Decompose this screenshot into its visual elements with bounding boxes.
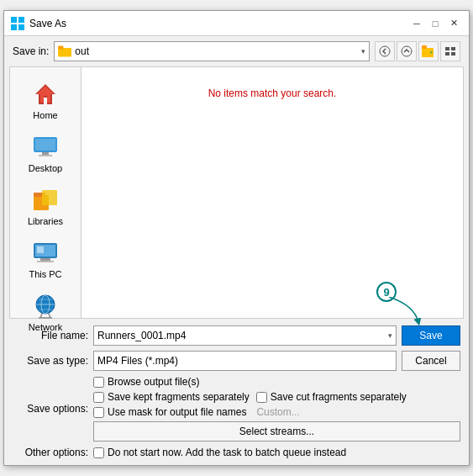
- svg-rect-12: [451, 47, 455, 50]
- save-kept-fragments-checkbox[interactable]: [93, 392, 104, 403]
- sidebar-item-this-pc[interactable]: This PC: [14, 235, 77, 284]
- save-as-dialog: Save As ─ □ ✕ Save in: out ▾: [3, 10, 470, 466]
- dropdown-arrow-icon: ▾: [361, 47, 365, 56]
- back-button[interactable]: [375, 41, 395, 61]
- svg-rect-27: [37, 261, 54, 262]
- close-button[interactable]: ✕: [445, 15, 462, 32]
- sidebar-item-desktop-label: Desktop: [29, 163, 62, 173]
- svg-rect-20: [39, 155, 52, 156]
- svg-rect-9: [422, 45, 427, 49]
- view-button[interactable]: [440, 41, 460, 61]
- other-options-row: Other options: Do not start now. Add the…: [13, 447, 460, 458]
- save-in-dropdown[interactable]: out ▾: [54, 41, 370, 61]
- svg-rect-2: [11, 24, 17, 30]
- file-name-text-input[interactable]: [97, 330, 386, 341]
- use-mask-option[interactable]: Use mask for output file names: [93, 406, 246, 418]
- svg-point-6: [380, 46, 390, 56]
- content-area: Home Desktop Libraries: [9, 66, 464, 319]
- do-not-start-checkbox[interactable]: [93, 447, 104, 458]
- other-options-label: Other options:: [13, 447, 88, 458]
- save-button[interactable]: Save: [402, 325, 460, 346]
- file-name-label: File name:: [13, 330, 88, 341]
- up-button[interactable]: [397, 41, 417, 61]
- svg-rect-18: [35, 139, 55, 151]
- app-icon: [11, 17, 24, 30]
- save-cut-fragments-label: Save cut fragments separately: [271, 391, 407, 403]
- svg-rect-5: [58, 46, 63, 50]
- fragments-options-row: Save kept fragments separately Save cut …: [93, 391, 460, 403]
- toolbar: Save in: out ▾: [4, 36, 469, 66]
- no-items-message: No items match your search.: [208, 87, 337, 99]
- save-kept-fragments-option[interactable]: Save kept fragments separately: [93, 391, 250, 403]
- save-cut-fragments-checkbox[interactable]: [256, 392, 267, 403]
- dialog-title: Save As: [29, 18, 408, 29]
- use-mask-checkbox[interactable]: [93, 407, 104, 418]
- svg-rect-14: [451, 52, 455, 56]
- new-folder-button[interactable]: +: [418, 41, 439, 61]
- title-bar-controls: ─ □ ✕: [408, 15, 462, 32]
- toolbar-nav-buttons: +: [375, 41, 460, 61]
- save-options-label: Save options:: [13, 403, 88, 415]
- svg-rect-23: [42, 190, 57, 205]
- save-in-label: Save in:: [13, 45, 49, 57]
- browse-output-checkbox[interactable]: [93, 377, 104, 388]
- save-cut-fragments-option[interactable]: Save cut fragments separately: [256, 391, 407, 403]
- save-as-type-dropdown[interactable]: MP4 Files (*.mp4): [97, 355, 392, 367]
- svg-text:+: +: [429, 49, 434, 56]
- sidebar-item-libraries[interactable]: Libraries: [14, 182, 77, 231]
- select-streams-button[interactable]: Select streams...: [93, 421, 460, 442]
- svg-rect-19: [42, 152, 49, 155]
- cancel-button[interactable]: Cancel: [402, 351, 460, 371]
- save-as-type-label: Save as type:: [13, 355, 88, 367]
- file-name-dropdown-arrow: ▾: [388, 331, 392, 340]
- svg-rect-11: [445, 47, 449, 50]
- mask-options-row: Use mask for output file names Custom...: [93, 406, 460, 418]
- left-nav-panel: Home Desktop Libraries: [10, 67, 81, 318]
- use-mask-label: Use mask for output file names: [108, 406, 246, 418]
- sidebar-item-this-pc-label: This PC: [29, 269, 61, 279]
- sidebar-item-desktop[interactable]: Desktop: [14, 129, 77, 178]
- custom-placeholder-text: Custom...: [256, 406, 299, 418]
- svg-point-7: [402, 46, 412, 56]
- browse-output-option[interactable]: Browse output file(s): [93, 376, 460, 388]
- svg-rect-1: [18, 17, 24, 23]
- save-options-row: Save options: Browse output file(s) Save…: [13, 376, 460, 442]
- svg-rect-28: [37, 246, 44, 253]
- minimize-button[interactable]: ─: [408, 15, 425, 32]
- sidebar-item-home-label: Home: [33, 110, 57, 120]
- save-as-type-select[interactable]: MP4 Files (*.mp4): [93, 351, 397, 371]
- maximize-button[interactable]: □: [427, 15, 444, 32]
- do-not-start-option[interactable]: Do not start now. Add the task to batch …: [93, 447, 346, 458]
- save-options-content: Browse output file(s) Save kept fragment…: [93, 376, 460, 442]
- browse-output-label: Browse output file(s): [108, 376, 199, 388]
- sidebar-item-libraries-label: Libraries: [28, 216, 63, 226]
- bottom-form-area: File name: ▾ 9: [4, 319, 469, 465]
- file-browser-area: No items match your search.: [81, 67, 463, 318]
- save-button-container: 9 Save: [402, 325, 460, 346]
- do-not-start-label: Do not start now. Add the task to batch …: [108, 447, 346, 458]
- save-as-type-row: Save as type: MP4 Files (*.mp4) Cancel: [13, 351, 460, 371]
- save-kept-fragments-label: Save kept fragments separately: [108, 391, 250, 403]
- sidebar-item-home[interactable]: Home: [14, 76, 77, 125]
- file-name-input[interactable]: ▾: [93, 325, 397, 346]
- save-in-value: out: [75, 45, 361, 57]
- file-name-row: File name: ▾ 9: [13, 325, 460, 346]
- title-bar: Save As ─ □ ✕: [4, 11, 469, 36]
- svg-rect-26: [40, 258, 50, 261]
- svg-rect-13: [445, 52, 449, 56]
- svg-rect-0: [11, 17, 17, 23]
- svg-rect-3: [18, 24, 24, 30]
